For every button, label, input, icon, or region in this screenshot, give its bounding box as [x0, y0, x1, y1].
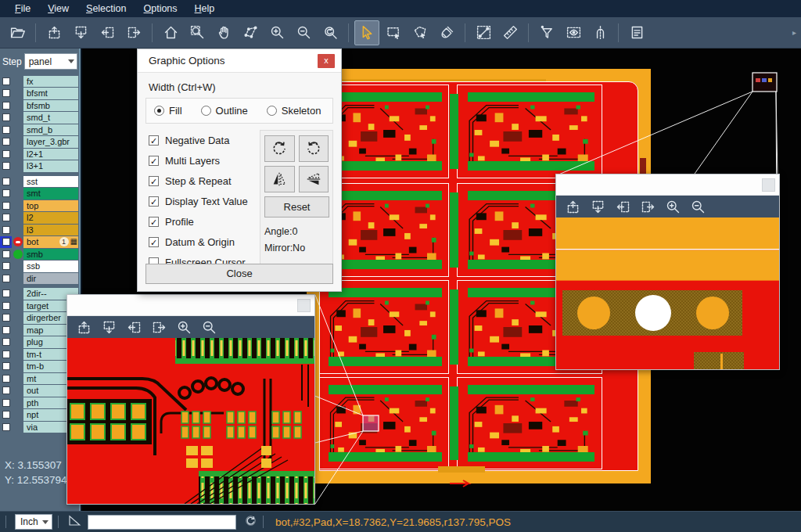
layer-row-bot[interactable]: bot1▦: [0, 236, 79, 249]
window-button[interactable]: [297, 299, 311, 312]
mirror-vertical-button[interactable]: [299, 166, 329, 192]
layer-visibility-checkbox[interactable]: [0, 248, 12, 261]
window-button[interactable]: [762, 178, 775, 192]
layer-visibility-checkbox[interactable]: [0, 385, 12, 397]
radio-outline[interactable]: Outline: [201, 105, 248, 117]
layer-row-layer_3.gbr[interactable]: layer_3.gbr: [0, 136, 79, 149]
pan-down-button[interactable]: [99, 318, 119, 336]
pcb-board[interactable]: [457, 377, 602, 469]
paint-brush-button[interactable]: [434, 20, 459, 45]
pan-right-button[interactable]: [638, 197, 658, 216]
pan-up-button[interactable]: [74, 318, 94, 336]
layer-row-fx[interactable]: fx: [0, 75, 79, 88]
pan-down-button[interactable]: [68, 20, 93, 45]
mirror-horizontal-button[interactable]: [264, 166, 295, 192]
layer-row-l2[interactable]: l2: [0, 212, 79, 225]
move-shape-button[interactable]: [238, 20, 263, 45]
layer-name[interactable]: fx: [23, 76, 78, 88]
layer-visibility-checkbox[interactable]: [0, 348, 12, 361]
layer-name[interactable]: smd_t: [23, 112, 78, 124]
rotate-cw-button[interactable]: [264, 135, 295, 162]
checkbox-step-repeat[interactable]: ✓Step & Repeat: [149, 171, 260, 191]
layer-name[interactable]: l2+1: [23, 149, 78, 160]
layer-visibility-checkbox[interactable]: [0, 236, 12, 249]
layer-row-bfsmb[interactable]: bfsmb: [0, 99, 79, 112]
close-icon[interactable]: x: [318, 54, 335, 68]
checkbox-datum-origin[interactable]: ✓Datum & Origin: [149, 232, 260, 252]
layer-name[interactable]: bfsmb: [23, 100, 78, 112]
layer-name[interactable]: bfsmt: [23, 88, 78, 99]
zoom-in-button[interactable]: [174, 318, 194, 336]
filter-button[interactable]: [534, 20, 559, 45]
unit-select[interactable]: Inch: [15, 514, 52, 530]
layer-visibility-checkbox[interactable]: [0, 324, 12, 336]
snap-search-button[interactable]: [587, 20, 612, 45]
pan-hand-button[interactable]: [211, 20, 236, 45]
pan-up-button[interactable]: [41, 20, 66, 45]
layer-name[interactable]: layer_3.gbr: [23, 136, 78, 148]
menu-file[interactable]: File: [6, 2, 39, 16]
layer-visibility-checkbox[interactable]: [0, 200, 12, 212]
checkbox-negative-data[interactable]: ✓Negative Data: [149, 130, 260, 150]
layer-visibility-checkbox[interactable]: [0, 136, 12, 149]
pan-left-button[interactable]: [612, 197, 633, 216]
menu-view[interactable]: View: [39, 2, 77, 16]
layer-visibility-checkbox[interactable]: [0, 175, 12, 188]
layer-visibility-checkbox[interactable]: [0, 224, 12, 236]
step-select[interactable]: panel: [24, 53, 77, 70]
layer-visibility-checkbox[interactable]: [0, 75, 12, 88]
checkbox-profile[interactable]: ✓Profile: [149, 211, 260, 232]
measure-distance-button[interactable]: [471, 20, 496, 45]
zoom-out-button[interactable]: [199, 318, 219, 336]
pan-up-button[interactable]: [562, 197, 583, 216]
toolbar-overflow-icon[interactable]: ▸: [792, 28, 796, 37]
layer-visibility-checkbox[interactable]: [0, 148, 12, 160]
layer-name[interactable]: l3: [23, 225, 78, 236]
layer-name[interactable]: ssb: [23, 261, 78, 272]
menu-options[interactable]: Options: [135, 2, 185, 16]
pan-left-button[interactable]: [95, 20, 120, 45]
menu-selection[interactable]: Selection: [77, 2, 135, 16]
zoom-previous-button[interactable]: [318, 20, 343, 45]
layer-row-l2+1[interactable]: l2+1: [0, 148, 79, 160]
layer-visibility-checkbox[interactable]: [0, 397, 12, 409]
detail-zoom-window[interactable]: [66, 294, 315, 505]
layer-visibility-checkbox[interactable]: [0, 188, 12, 200]
layer-row-smb[interactable]: smb: [0, 248, 79, 261]
layer-row-l3[interactable]: l3: [0, 224, 79, 236]
select-rectangle-button[interactable]: [381, 20, 406, 45]
layer-visibility-checkbox[interactable]: [0, 300, 12, 312]
layer-row-sst[interactable]: sst: [0, 175, 79, 188]
layer-visibility-checkbox[interactable]: [0, 112, 12, 124]
close-button[interactable]: Close: [145, 264, 333, 284]
layer-name[interactable]: l3+1: [23, 160, 78, 172]
layer-row-top[interactable]: top: [0, 200, 79, 212]
dialog-titlebar[interactable]: Graphic Options x: [138, 49, 341, 73]
zoom-in-button[interactable]: [663, 197, 683, 216]
layer-row-l3+1[interactable]: l3+1: [0, 160, 79, 173]
detail-zoom-titlebar[interactable]: [67, 295, 314, 316]
layer-row-ssb[interactable]: ssb: [0, 261, 79, 273]
checkbox-display-text-value[interactable]: ✓Display Text Value: [149, 191, 260, 211]
layer-visibility-checkbox[interactable]: [0, 124, 12, 136]
ruler-button[interactable]: [497, 20, 523, 45]
menu-help[interactable]: Help: [186, 2, 224, 16]
layer-name[interactable]: smb: [23, 249, 78, 261]
layer-name[interactable]: l2: [23, 212, 78, 224]
command-input[interactable]: [88, 515, 236, 530]
radio-fill[interactable]: Fill: [154, 105, 182, 117]
layer-row-smd_t[interactable]: smd_t: [0, 112, 79, 124]
layer-name[interactable]: bot1▦: [23, 236, 78, 248]
layer-row-smt[interactable]: smt: [0, 188, 79, 200]
layer-visibility-checkbox[interactable]: [0, 312, 12, 325]
layer-visibility-checkbox[interactable]: [0, 88, 12, 100]
rotate-ccw-button[interactable]: [299, 135, 329, 162]
layer-visibility-checkbox[interactable]: [0, 361, 12, 373]
zoom-in-button[interactable]: [264, 20, 289, 45]
select-cursor-button[interactable]: [354, 20, 379, 45]
layer-name[interactable]: smt: [23, 188, 78, 200]
zoom-home-button[interactable]: [158, 20, 183, 45]
layer-visibility-checkbox[interactable]: [0, 421, 12, 433]
layer-visibility-checkbox[interactable]: [0, 212, 12, 225]
layer-visibility-checkbox[interactable]: [0, 336, 12, 349]
